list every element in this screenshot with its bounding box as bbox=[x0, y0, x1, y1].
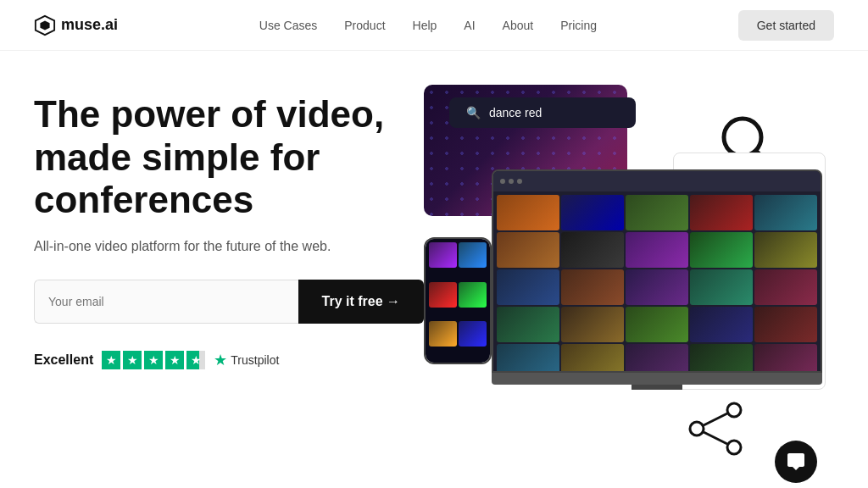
phone-thumb-4 bbox=[459, 282, 487, 308]
trustpilot-label: Trustpilot bbox=[231, 353, 279, 367]
nav-product[interactable]: Product bbox=[344, 19, 385, 32]
nav-about[interactable]: About bbox=[503, 19, 534, 32]
video-thumb-23 bbox=[626, 344, 688, 371]
search-bar-float: dance red bbox=[449, 97, 636, 128]
svg-line-7 bbox=[704, 413, 727, 425]
hero-right: dance red bbox=[424, 85, 834, 488]
laptop-toolbar bbox=[493, 171, 821, 191]
trustpilot-logo: ★ Trustpilot bbox=[214, 351, 279, 369]
star-2: ★ bbox=[123, 351, 142, 369]
laptop-video-grid bbox=[493, 191, 821, 371]
email-input[interactable] bbox=[34, 280, 298, 324]
video-thumb-9 bbox=[690, 232, 753, 268]
video-thumb-25 bbox=[754, 344, 817, 371]
nav-pricing[interactable]: Pricing bbox=[560, 19, 597, 32]
navbar: muse.ai Use Cases Product Help AI About … bbox=[0, 0, 868, 51]
video-thumb-11 bbox=[497, 269, 559, 305]
hero-section: The power of video, made simple for conf… bbox=[0, 51, 868, 488]
svg-marker-1 bbox=[40, 20, 49, 30]
video-thumb-22 bbox=[561, 344, 624, 371]
share-icon bbox=[682, 395, 749, 466]
video-thumb-7 bbox=[561, 232, 624, 268]
video-thumb-24 bbox=[690, 344, 753, 371]
star-1: ★ bbox=[102, 351, 120, 369]
logo-text: muse.ai bbox=[61, 16, 118, 34]
chat-bubble-button[interactable] bbox=[775, 441, 817, 483]
video-thumb-13 bbox=[626, 269, 688, 305]
phone-thumb-5 bbox=[429, 321, 457, 347]
svg-point-5 bbox=[690, 422, 704, 435]
star-rating: ★ ★ ★ ★ ★ bbox=[102, 351, 205, 369]
video-thumb-10 bbox=[754, 232, 817, 268]
video-thumb-15 bbox=[754, 269, 817, 305]
video-thumb-14 bbox=[690, 269, 753, 305]
hero-subheading: All-in-one video platform for the future… bbox=[34, 239, 424, 254]
phone-mockup bbox=[424, 237, 492, 364]
trustpilot-row: Excellent ★ ★ ★ ★ ★ ★ Trustpilot bbox=[34, 351, 424, 369]
toolbar-dot-3 bbox=[517, 179, 522, 184]
star-4: ★ bbox=[165, 351, 184, 369]
get-started-button[interactable]: Get started bbox=[738, 10, 834, 41]
heading-line3: conferences bbox=[34, 179, 253, 220]
video-thumb-8 bbox=[626, 232, 688, 268]
nav-links: Use Cases Product Help AI About Pricing bbox=[259, 19, 597, 32]
video-thumb-6 bbox=[497, 232, 559, 268]
video-thumb-17 bbox=[561, 307, 624, 342]
logo-icon bbox=[34, 14, 56, 36]
trustpilot-star-icon: ★ bbox=[214, 351, 227, 369]
star-5-half: ★ bbox=[186, 351, 205, 369]
nav-help[interactable]: Help bbox=[413, 19, 437, 32]
heading-line2: made simple for bbox=[34, 136, 320, 178]
video-thumb-5 bbox=[754, 195, 817, 230]
phone-thumb-2 bbox=[459, 242, 487, 268]
laptop-screen bbox=[492, 169, 822, 373]
heading-line1: The power of video, bbox=[34, 93, 384, 135]
hero-left: The power of video, made simple for conf… bbox=[34, 85, 424, 369]
phone-thumb-6 bbox=[459, 321, 487, 347]
video-thumb-2 bbox=[561, 195, 624, 230]
video-thumb-18 bbox=[626, 307, 688, 342]
logo[interactable]: muse.ai bbox=[34, 14, 118, 36]
svg-point-6 bbox=[727, 441, 741, 454]
video-thumb-12 bbox=[561, 269, 624, 305]
phone-thumb-1 bbox=[429, 242, 457, 268]
toolbar-dot-2 bbox=[509, 179, 514, 184]
svg-line-8 bbox=[704, 432, 727, 444]
video-thumb-21 bbox=[497, 344, 559, 371]
toolbar-dot-1 bbox=[500, 179, 505, 184]
video-thumb-1 bbox=[497, 195, 559, 230]
video-thumb-3 bbox=[626, 195, 688, 230]
video-thumb-20 bbox=[754, 307, 817, 342]
video-thumb-4 bbox=[690, 195, 753, 230]
nav-ai[interactable]: AI bbox=[464, 19, 475, 32]
phone-screen bbox=[426, 239, 490, 363]
svg-point-4 bbox=[727, 403, 741, 417]
excellent-label: Excellent bbox=[34, 352, 93, 368]
phone-thumb-3 bbox=[429, 282, 457, 308]
video-thumb-16 bbox=[497, 307, 559, 342]
video-thumb-19 bbox=[690, 307, 753, 342]
laptop-stand bbox=[632, 385, 682, 390]
cta-row: Try it free → bbox=[34, 280, 424, 324]
laptop-mockup bbox=[492, 169, 822, 398]
search-query: dance red bbox=[489, 106, 542, 119]
laptop-base bbox=[492, 373, 822, 385]
try-it-free-button[interactable]: Try it free → bbox=[298, 280, 424, 324]
star-3: ★ bbox=[144, 351, 163, 369]
hero-heading: The power of video, made simple for conf… bbox=[34, 93, 424, 222]
nav-use-cases[interactable]: Use Cases bbox=[259, 19, 317, 32]
